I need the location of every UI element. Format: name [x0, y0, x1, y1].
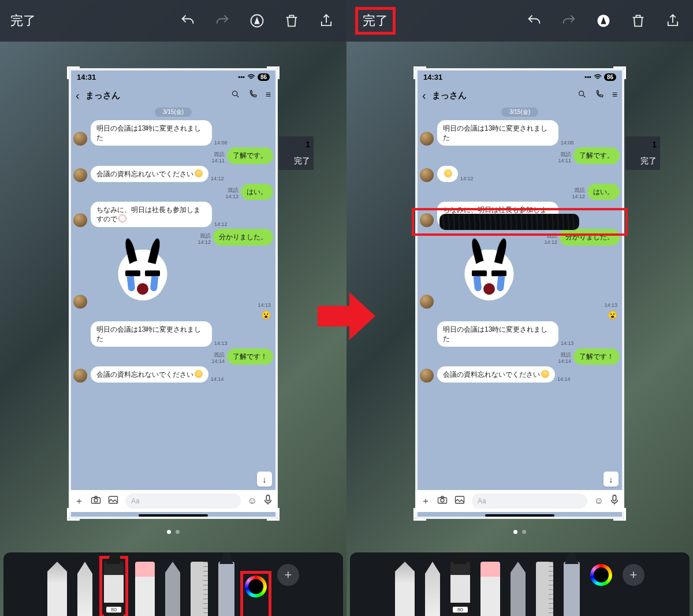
left-panel: 完了 14:31 •••86 ‹ まっさん [0, 0, 346, 616]
svg-rect-5 [266, 495, 269, 501]
crop-canvas[interactable]: 14:31 •••86 ‹ まっさん ≡ 3/15(金)明日の会議は13時に変更… [0, 42, 346, 552]
sent-bubble: 了解です！ [573, 348, 620, 365]
emoji-icon[interactable]: ☺ [594, 496, 603, 506]
markup-icon[interactable] [594, 11, 613, 31]
right-panel: 完了 14:31 •••86 ‹ まっさん [346, 0, 693, 616]
color-picker[interactable] [590, 564, 612, 586]
undo-icon[interactable] [178, 11, 198, 31]
sent-bubble: 了解です。 [227, 147, 273, 164]
avatar [73, 369, 87, 383]
gallery-icon[interactable] [108, 495, 118, 507]
arrow-icon [315, 288, 378, 346]
tool-fineliner[interactable] [425, 562, 440, 616]
avatar [73, 295, 87, 309]
add-icon[interactable]: ＋ [421, 495, 430, 507]
scroll-down-button[interactable]: ↓ [603, 472, 619, 487]
search-icon[interactable] [231, 90, 240, 101]
gallery-icon[interactable] [454, 495, 465, 507]
back-icon[interactable]: ‹ [76, 89, 80, 102]
scroll-down-button[interactable]: ↓ [257, 472, 272, 487]
trash-icon[interactable] [628, 11, 648, 31]
black-scribble [439, 214, 579, 230]
back-icon[interactable]: ‹ [422, 89, 426, 102]
redo-icon [559, 11, 579, 31]
camera-icon[interactable] [91, 495, 101, 507]
done-button[interactable]: 完了 [10, 12, 36, 29]
avatar [73, 168, 87, 182]
avatar [73, 213, 87, 227]
message-row: 既読14:11了解です。 [69, 147, 278, 164]
share-icon[interactable] [316, 11, 336, 31]
bg-peek: 1 完了 [279, 136, 314, 170]
undo-icon[interactable] [524, 11, 544, 31]
tool-pen[interactable] [395, 562, 415, 616]
sent-bubble: 了解です！ [227, 348, 273, 365]
crying-bunny-sticker [114, 250, 172, 307]
tool-brush[interactable] [218, 562, 234, 616]
status-bar: 14:31 •••86 [415, 68, 624, 86]
tool-brush[interactable] [564, 562, 580, 616]
message-row: 明日の会議は13時に変更されました14:13 [415, 321, 624, 347]
mic-icon[interactable] [264, 495, 272, 507]
add-tool-button[interactable]: + [623, 564, 644, 586]
add-tool-button[interactable]: + [277, 564, 299, 586]
sticker-row: 14:13 [69, 247, 278, 309]
markup-icon[interactable] [247, 11, 267, 31]
menu-icon[interactable]: ≡ [266, 90, 271, 101]
home-indicator [139, 514, 208, 517]
received-bubble: 明日の会議は13時に変更されました [91, 120, 212, 146]
call-icon[interactable] [248, 90, 258, 101]
page-dots [167, 530, 180, 534]
menu-icon[interactable]: ≡ [612, 90, 617, 101]
text-input[interactable]: Aa [472, 493, 587, 509]
call-icon[interactable] [595, 90, 604, 101]
message-row: 既読14:14了解です！ [69, 348, 278, 365]
received-bubble: 明日の会議は13時に変更されました [91, 321, 212, 347]
chat-body-right: 3/15(金)明日の会議は13時に変更されました14:08既読14:11了解です… [415, 105, 624, 490]
message-row: 明日の会議は13時に変更されました14:13 [69, 321, 278, 347]
redaction-highlight [412, 208, 628, 236]
contact-name: まっさん [85, 90, 120, 101]
trash-icon[interactable] [282, 11, 301, 31]
tool-marker[interactable] [104, 562, 124, 616]
screenshot: 14:31 •••86 ‹ まっさん ≡ 3/15(金)明日の会議は13時に変更… [69, 68, 278, 519]
add-icon[interactable]: ＋ [74, 495, 84, 507]
tool-pencil[interactable] [165, 562, 180, 616]
sticker-row: 14:13 [415, 247, 624, 309]
date-badge: 3/15(金) [155, 107, 192, 117]
crop-canvas-right[interactable]: 14:31 •••86 ‹ まっさん ≡ 3/15(金)明日の会議は13時に変更… [346, 42, 693, 552]
message-row: 既読14:14了解です！ [415, 348, 624, 365]
tool-marker[interactable] [450, 562, 470, 616]
share-icon[interactable] [663, 11, 683, 31]
done-button-highlighted[interactable]: 完了 [357, 9, 394, 33]
message-row: 既読14:12分かりました。 [69, 229, 278, 245]
redo-icon [213, 11, 232, 31]
sent-bubble: 了解です。 [573, 147, 620, 164]
received-bubble: 会議の資料忘れないでください [437, 366, 555, 383]
home-indicator [485, 514, 554, 517]
crying-bunny-sticker [460, 250, 518, 307]
tool-eraser[interactable] [480, 562, 500, 616]
camera-icon[interactable] [437, 495, 448, 507]
search-icon[interactable] [578, 90, 587, 101]
avatar [420, 295, 434, 309]
emoji-icon[interactable]: ☺ [248, 496, 257, 506]
tool-ruler[interactable] [191, 562, 208, 616]
markup-tool-tray: + [3, 552, 343, 616]
avatar [420, 132, 434, 146]
message-row: 14:12 [415, 166, 624, 182]
avatar [420, 369, 434, 383]
svg-point-7 [579, 91, 583, 96]
text-input[interactable]: Aa [125, 493, 241, 509]
received-bubble [437, 166, 458, 182]
message-row: 既読14:12はい。 [415, 184, 624, 200]
sent-bubble: 分かりました。 [213, 229, 273, 245]
tool-eraser[interactable] [135, 562, 155, 616]
tool-fineliner[interactable] [77, 562, 92, 616]
tool-pen[interactable] [47, 562, 67, 616]
chat-header: ‹ まっさん ≡ [69, 86, 278, 105]
mic-icon[interactable] [610, 495, 619, 507]
tool-pencil[interactable] [511, 562, 526, 616]
tool-ruler[interactable] [536, 562, 553, 616]
chat-input-bar: ＋ Aa ☺ [69, 490, 278, 512]
